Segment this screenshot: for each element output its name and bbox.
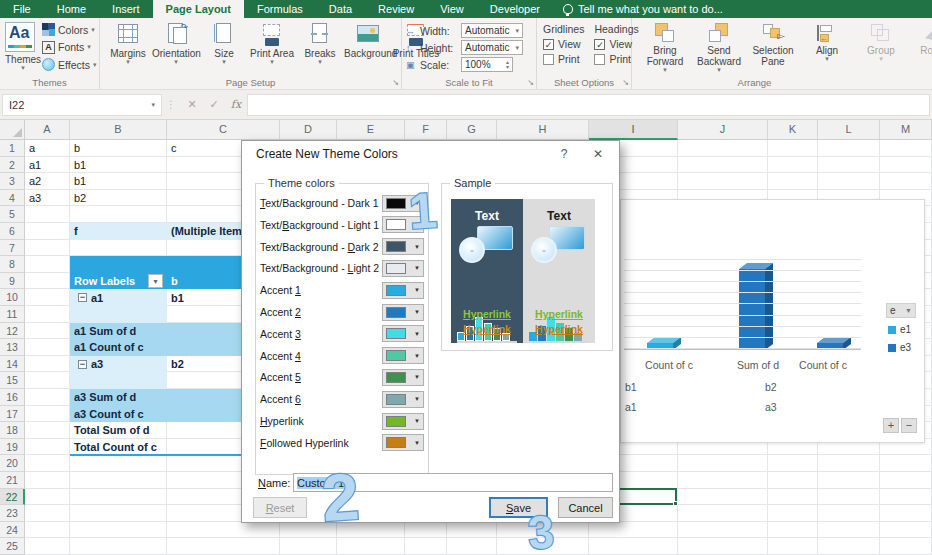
ribbon-button-effects[interactable]: Effects▾: [42, 58, 96, 71]
insert-function-icon[interactable]: fx: [225, 98, 247, 111]
row-header-1[interactable]: 1: [0, 140, 25, 157]
row-header-18[interactable]: 18: [0, 422, 25, 439]
input-scale[interactable]: 100%▴▾: [461, 57, 513, 72]
themes-button[interactable]: Aa Themes ▾: [5, 22, 41, 71]
ribbon-tab-data[interactable]: Data: [316, 0, 365, 18]
row-header-15[interactable]: 15: [0, 372, 25, 389]
theme-color-swatch-accent-1[interactable]: ▼: [382, 282, 424, 299]
cell-A2[interactable]: a1: [25, 157, 70, 174]
theme-color-swatch-text-background-dark-1[interactable]: ▼: [382, 195, 424, 212]
ribbon-button-align[interactable]: ←Align▾: [800, 18, 854, 73]
ribbon-tab-formulas[interactable]: Formulas: [244, 0, 316, 18]
cell-A4[interactable]: a3: [25, 190, 70, 207]
formula-input[interactable]: [247, 94, 930, 116]
gridlines-view-checkbox[interactable]: ✓: [543, 39, 554, 50]
pivot-filter-dropdown-icon[interactable]: ▼: [148, 274, 163, 288]
caret-down-icon[interactable]: ▾: [515, 28, 519, 34]
column-header-M[interactable]: M: [880, 120, 932, 140]
ribbon-tab-view[interactable]: View: [427, 0, 477, 18]
spinner-icon[interactable]: ▴▾: [506, 60, 509, 70]
theme-color-swatch-accent-3[interactable]: ▼: [382, 325, 424, 342]
row-header-12[interactable]: 12: [0, 323, 25, 340]
theme-color-swatch-text-background-light-2[interactable]: ▼: [382, 260, 424, 277]
ribbon-tab-review[interactable]: Review: [365, 0, 427, 18]
cell-B16[interactable]: a3 Sum of d: [70, 389, 167, 406]
scale-dialog-launcher[interactable]: ↘: [527, 79, 534, 87]
column-header-G[interactable]: G: [447, 120, 497, 140]
ribbon-button-fonts[interactable]: AFonts▾: [42, 41, 96, 54]
name-box[interactable]: I22 ▾: [2, 94, 162, 116]
theme-color-swatch-text-background-light-1[interactable]: ▼: [382, 216, 424, 233]
cell-B19[interactable]: Total Count of c: [70, 439, 167, 456]
column-header-D[interactable]: D: [280, 120, 337, 140]
ribbon-button-size[interactable]: Size▾: [200, 18, 248, 76]
page-setup-dialog-launcher[interactable]: ↘: [392, 79, 399, 87]
gridlines-print-checkbox[interactable]: [543, 54, 554, 65]
headings-view-checkbox[interactable]: ✓: [594, 39, 605, 50]
row-header-4[interactable]: 4: [0, 190, 25, 207]
cell-B14[interactable]: −a3: [70, 356, 167, 373]
ribbon-tab-page-layout[interactable]: Page Layout: [153, 0, 244, 18]
row-header-7[interactable]: 7: [0, 240, 25, 257]
column-header-B[interactable]: B: [70, 120, 167, 140]
select-all-corner[interactable]: [0, 120, 25, 140]
input-height[interactable]: Automatic▾: [461, 40, 523, 55]
ribbon-button-colors[interactable]: Colors▾: [42, 23, 96, 36]
row-header-8[interactable]: 8: [0, 256, 25, 273]
ribbon-tab-home[interactable]: Home: [44, 0, 99, 18]
theme-color-swatch-accent-4[interactable]: ▼: [382, 347, 424, 364]
name-box-caret-icon[interactable]: ▾: [151, 102, 155, 108]
theme-color-swatch-accent-2[interactable]: ▼: [382, 304, 424, 321]
cell-B1[interactable]: b: [70, 140, 167, 157]
row-header-3[interactable]: 3: [0, 173, 25, 190]
cell-A3[interactable]: a2: [25, 173, 70, 190]
sheet-options-dialog-launcher[interactable]: ↘: [622, 79, 629, 87]
cell-B12[interactable]: a1 Sum of d: [70, 323, 167, 340]
row-header-22[interactable]: 22: [0, 489, 25, 506]
input-width[interactable]: Automatic▾: [461, 23, 523, 38]
row-header-19[interactable]: 19: [0, 439, 25, 456]
chart-collapse-button[interactable]: −: [901, 418, 917, 433]
help-button[interactable]: ?: [547, 143, 581, 165]
pivot-chart[interactable]: Count of cSum of dCount of cb1b2a1a3e▼e1…: [620, 199, 925, 443]
theme-color-swatch-accent-6[interactable]: ▼: [382, 391, 424, 408]
ribbon-tab-file[interactable]: File: [0, 0, 44, 18]
row-header-10[interactable]: 10: [0, 289, 25, 306]
column-header-H[interactable]: H: [497, 120, 589, 140]
cell-B4[interactable]: b2: [70, 190, 167, 207]
save-button[interactable]: Save: [489, 497, 548, 518]
row-header-25[interactable]: 25: [0, 538, 25, 555]
caret-down-icon[interactable]: ▾: [515, 45, 519, 51]
ribbon-tab-insert[interactable]: Insert: [99, 0, 153, 18]
theme-color-swatch-accent-5[interactable]: ▼: [382, 369, 424, 386]
ribbon-button-selection-pane[interactable]: ▻Selection Pane: [746, 18, 800, 73]
fill-handle[interactable]: [673, 501, 678, 506]
collapse-icon[interactable]: −: [78, 360, 87, 369]
confirm-entry-icon[interactable]: ✓: [203, 98, 225, 111]
row-header-5[interactable]: 5: [0, 206, 25, 223]
cell-B2[interactable]: b1: [70, 157, 167, 174]
theme-name-input[interactable]: Custom 1: [293, 473, 613, 492]
column-header-E[interactable]: E: [337, 120, 405, 140]
row-header-20[interactable]: 20: [0, 455, 25, 472]
cell-B13[interactable]: a1 Count of c: [70, 339, 167, 356]
theme-color-swatch-text-background-dark-2[interactable]: ▼: [382, 238, 424, 255]
column-header-C[interactable]: C: [167, 120, 280, 140]
cell-B6[interactable]: f: [70, 223, 167, 240]
row-header-11[interactable]: 11: [0, 306, 25, 323]
row-header-2[interactable]: 2: [0, 157, 25, 174]
row-header-23[interactable]: 23: [0, 505, 25, 522]
row-header-16[interactable]: 16: [0, 389, 25, 406]
ribbon-button-breaks[interactable]: Breaks▾: [296, 18, 344, 76]
column-header-J[interactable]: J: [678, 120, 768, 140]
ribbon-button-orientation[interactable]: ↷Orientation▾: [152, 18, 200, 76]
row-header-24[interactable]: 24: [0, 522, 25, 539]
tell-me-box[interactable]: Tell me what you want to do...: [553, 0, 733, 18]
row-header-13[interactable]: 13: [0, 339, 25, 356]
row-header-14[interactable]: 14: [0, 356, 25, 373]
ribbon-button-margins[interactable]: Margins▾: [104, 18, 152, 76]
theme-color-swatch-followed-hyperlink[interactable]: ▼: [382, 434, 424, 451]
chart-expand-button[interactable]: +: [883, 418, 899, 433]
ribbon-tab-developer[interactable]: Developer: [477, 0, 553, 18]
column-header-L[interactable]: L: [818, 120, 880, 140]
